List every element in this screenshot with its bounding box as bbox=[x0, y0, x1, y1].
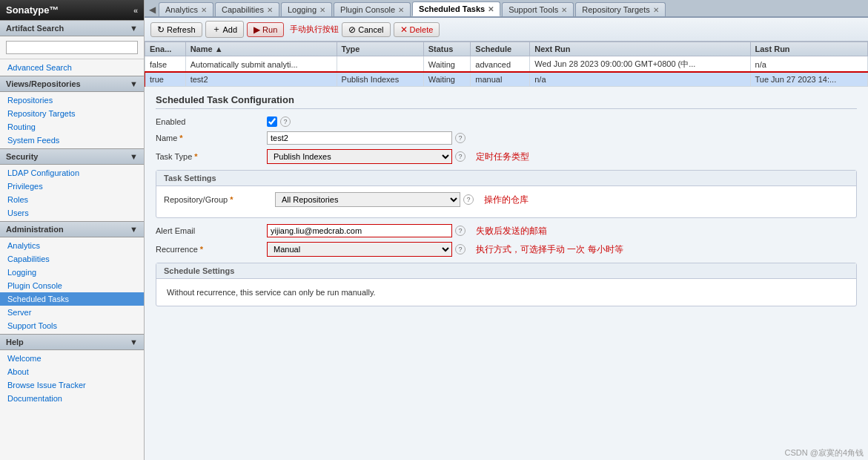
email-control: ? 失败后发送的邮箱 bbox=[267, 224, 857, 237]
enabled-checkbox[interactable] bbox=[267, 116, 277, 127]
tab-logging-label: Logging bbox=[288, 5, 317, 14]
sidebar-item-routing[interactable]: Routing bbox=[0, 120, 144, 134]
config-row-name: Name * ? bbox=[156, 131, 857, 145]
tab-capabilities[interactable]: Capabilities ✕ bbox=[215, 2, 279, 16]
sidebar-item-roles[interactable]: Roles bbox=[0, 193, 144, 206]
repo-group-help-icon[interactable]: ? bbox=[463, 194, 474, 205]
tab-analytics-close[interactable]: ✕ bbox=[201, 6, 207, 14]
sidebar-item-users[interactable]: Users bbox=[0, 206, 144, 220]
sidebar-section-artifact-search[interactable]: Artifact Search ▼ bbox=[0, 20, 144, 36]
sidebar-collapse-button[interactable]: « bbox=[133, 6, 138, 15]
tab-logging-close[interactable]: ✕ bbox=[319, 6, 325, 14]
section-label: Views/Repositories bbox=[6, 79, 81, 88]
section-toggle-icon: ▼ bbox=[130, 152, 138, 161]
cell-last-run: n/a bbox=[750, 56, 867, 73]
email-input[interactable] bbox=[267, 224, 452, 237]
col-status[interactable]: Status bbox=[423, 42, 471, 56]
sidebar-section-help[interactable]: Help ▼ bbox=[0, 334, 144, 350]
app-logo: Sonatype™ bbox=[6, 4, 59, 16]
tab-support-tools[interactable]: Support Tools ✕ bbox=[502, 2, 574, 16]
tab-logging[interactable]: Logging ✕ bbox=[281, 2, 332, 16]
col-schedule[interactable]: Schedule bbox=[471, 42, 530, 56]
tab-repository-targets[interactable]: Repository Targets ✕ bbox=[575, 2, 666, 16]
enabled-control: ? bbox=[267, 116, 857, 127]
config-row-repo-group: Repository/Group * All Repositories ? 操作… bbox=[164, 192, 849, 207]
repo-group-select[interactable]: All Repositories bbox=[275, 192, 460, 207]
sidebar-section-administration[interactable]: Administration ▼ bbox=[0, 221, 144, 237]
col-type[interactable]: Type bbox=[337, 42, 423, 56]
cancel-button[interactable]: ⊘ Cancel bbox=[342, 22, 390, 37]
table-header-row: Ena... Name ▲ Type Status Schedule Next … bbox=[145, 42, 868, 56]
tab-nav-left[interactable]: ◀ bbox=[146, 3, 159, 16]
table-row[interactable]: true test2 Publish Indexes Waiting manua… bbox=[145, 73, 868, 87]
recurrence-select[interactable]: Manual bbox=[267, 242, 452, 257]
search-area bbox=[0, 36, 144, 59]
sidebar-item-scheduled-tasks[interactable]: Scheduled Tasks bbox=[0, 292, 144, 306]
run-button[interactable]: ▶ Run bbox=[247, 22, 284, 37]
sidebar-item-logging[interactable]: Logging bbox=[0, 266, 144, 279]
tab-capabilities-close[interactable]: ✕ bbox=[267, 6, 273, 14]
sidebar-item-system-feeds[interactable]: System Feeds bbox=[0, 134, 144, 147]
schedule-settings-description: Without recurrence, this service can onl… bbox=[164, 285, 849, 300]
sidebar-item-welcome[interactable]: Welcome bbox=[0, 352, 144, 365]
tab-scheduled-tasks[interactable]: Scheduled Tasks ✕ bbox=[412, 1, 500, 16]
tab-repository-targets-close[interactable]: ✕ bbox=[653, 6, 659, 14]
col-last-run[interactable]: Last Run bbox=[750, 42, 867, 56]
sidebar-section-security[interactable]: Security ▼ bbox=[0, 148, 144, 165]
section-label: Help bbox=[6, 338, 24, 346]
cell-schedule: advanced bbox=[471, 56, 530, 73]
config-row-recurrence: Recurrence * Manual ? 执行方式，可选择手动 一次 每小时等 bbox=[156, 242, 857, 257]
email-help-icon[interactable]: ? bbox=[455, 226, 466, 236]
col-name[interactable]: Name ▲ bbox=[185, 42, 337, 56]
cancel-label: Cancel bbox=[358, 25, 383, 34]
tab-scheduled-tasks-close[interactable]: ✕ bbox=[488, 5, 494, 13]
repo-group-label: Repository/Group * bbox=[164, 195, 275, 204]
sidebar-header[interactable]: Sonatype™ « bbox=[0, 0, 144, 20]
name-input[interactable] bbox=[267, 131, 452, 145]
email-label: Alert Email bbox=[156, 226, 267, 235]
search-input[interactable] bbox=[6, 41, 138, 54]
tab-support-tools-close[interactable]: ✕ bbox=[561, 6, 567, 14]
config-row-task-type: Task Type * Publish Indexes ? 定时任务类型 bbox=[156, 149, 857, 164]
sidebar-item-server[interactable]: Server bbox=[0, 306, 144, 319]
sidebar-item-repository-targets[interactable]: Repository Targets bbox=[0, 107, 144, 120]
col-enabled[interactable]: Ena... bbox=[145, 42, 186, 56]
tasks-table: Ena... Name ▲ Type Status Schedule Next … bbox=[145, 42, 868, 87]
security-links: LDAP Configuration Privileges Roles User… bbox=[0, 165, 144, 221]
task-type-select[interactable]: Publish Indexes bbox=[267, 149, 452, 164]
cell-enabled: false bbox=[145, 56, 186, 73]
refresh-button[interactable]: ↻ Refresh bbox=[150, 22, 202, 37]
sidebar-item-advanced-search[interactable]: Advanced Search bbox=[0, 61, 144, 74]
content-area: ↻ Refresh ＋ Add ▶ Run 手动执行按钮 ⊘ Cancel ✕ … bbox=[145, 18, 868, 460]
tab-bar: ◀ Analytics ✕ Capabilities ✕ Logging ✕ P… bbox=[145, 0, 868, 18]
schedule-settings-title: Schedule Settings bbox=[156, 263, 856, 279]
sidebar-item-privileges[interactable]: Privileges bbox=[0, 180, 144, 193]
sidebar-item-documentation[interactable]: Documentation bbox=[0, 392, 144, 405]
tab-analytics-label: Analytics bbox=[165, 5, 198, 14]
enabled-help-icon[interactable]: ? bbox=[280, 116, 291, 127]
name-help-icon[interactable]: ? bbox=[455, 133, 466, 143]
sidebar: Sonatype™ « Artifact Search ▼ Advanced S… bbox=[0, 0, 145, 460]
tab-plugin-console-label: Plugin Console bbox=[340, 5, 395, 14]
task-settings-subsection: Task Settings Repository/Group * All Rep… bbox=[156, 170, 857, 218]
sidebar-item-support-tools[interactable]: Support Tools bbox=[0, 319, 144, 332]
config-row-email: Alert Email ? 失败后发送的邮箱 bbox=[156, 224, 857, 237]
sidebar-item-repositories[interactable]: Repositories bbox=[0, 93, 144, 107]
sidebar-item-about[interactable]: About bbox=[0, 365, 144, 378]
recurrence-help-icon[interactable]: ? bbox=[455, 244, 466, 254]
table-row[interactable]: false Automatically submit analyti... Wa… bbox=[145, 56, 868, 73]
delete-button[interactable]: ✕ Delete bbox=[394, 22, 440, 37]
sidebar-section-views-repositories[interactable]: Views/Repositories ▼ bbox=[0, 76, 144, 92]
tab-plugin-console[interactable]: Plugin Console ✕ bbox=[334, 2, 411, 16]
tab-analytics[interactable]: Analytics ✕ bbox=[159, 2, 213, 16]
col-next-run[interactable]: Next Run bbox=[530, 42, 750, 56]
sidebar-item-analytics[interactable]: Analytics bbox=[0, 239, 144, 252]
add-button[interactable]: ＋ Add bbox=[205, 21, 245, 38]
task-type-help-icon[interactable]: ? bbox=[455, 151, 466, 162]
tab-plugin-console-close[interactable]: ✕ bbox=[398, 6, 404, 14]
sidebar-item-plugin-console[interactable]: Plugin Console bbox=[0, 279, 144, 292]
sidebar-item-browse-issue-tracker[interactable]: Browse Issue Tracker bbox=[0, 378, 144, 392]
sidebar-item-capabilities[interactable]: Capabilities bbox=[0, 252, 144, 266]
sidebar-item-ldap[interactable]: LDAP Configuration bbox=[0, 166, 144, 180]
tab-repository-targets-label: Repository Targets bbox=[582, 5, 650, 14]
